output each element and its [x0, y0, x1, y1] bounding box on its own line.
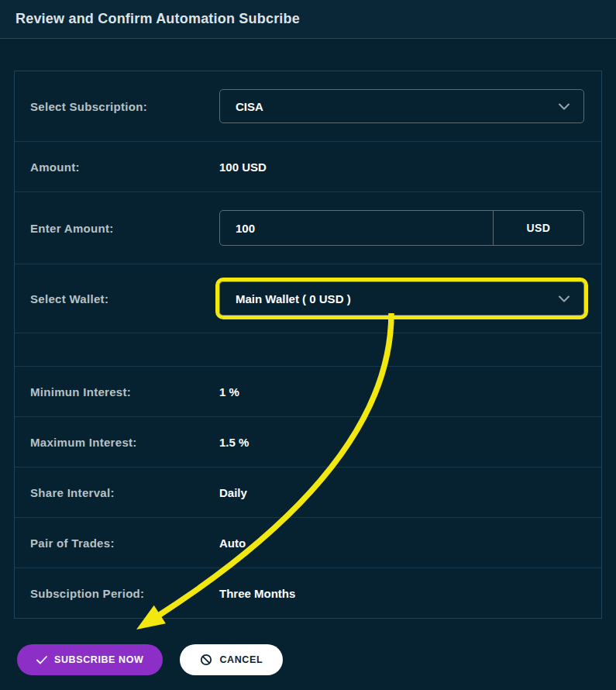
- amount-input[interactable]: [220, 211, 493, 245]
- row-value: Main Wallet ( 0 USD ): [219, 281, 601, 316]
- table-row-empty: [15, 333, 601, 366]
- subscribe-now-label: SUBSCRIBE NOW: [54, 654, 143, 665]
- subscribe-now-button[interactable]: SUBSCRIBE NOW: [17, 644, 163, 675]
- table-row-pair-of-trades: Pair of Trades: Auto: [15, 517, 601, 568]
- review-table: Select Subscription: CISA Amount: 100 US…: [14, 71, 602, 619]
- amount-value: 100 USD: [219, 160, 601, 174]
- cancel-button[interactable]: CANCEL: [180, 644, 283, 675]
- form-panel: Select Subscription: CISA Amount: 100 US…: [14, 71, 602, 619]
- cancel-label: CANCEL: [219, 654, 263, 665]
- table-row-amount: Amount: 100 USD: [15, 141, 601, 191]
- subscription-select[interactable]: CISA: [219, 89, 584, 123]
- wallet-select-value: Main Wallet ( 0 USD ): [236, 292, 351, 305]
- maximum-interest-value: 1.5 %: [219, 436, 601, 449]
- amount-currency-addon: USD: [493, 211, 583, 245]
- row-value: CISA: [219, 89, 601, 123]
- table-row-subscription-period: Subsciption Period: Three Months: [15, 568, 601, 618]
- subscription-period-value: Three Months: [219, 587, 601, 600]
- row-label: Select Wallet:: [15, 292, 219, 305]
- page-title: Review and Confirm Automation Subcribe: [15, 11, 300, 27]
- page-header: Review and Confirm Automation Subcribe: [0, 0, 616, 39]
- row-label: Pair of Trades:: [15, 536, 219, 550]
- table-row-select-subscription: Select Subscription: CISA: [15, 71, 601, 141]
- row-label: Maximum Interest:: [15, 436, 219, 449]
- table-row-select-wallet: Select Wallet: Main Wallet ( 0 USD ): [15, 264, 601, 333]
- minimum-interest-value: 1 %: [219, 385, 601, 398]
- share-interval-value: Daily: [219, 486, 601, 499]
- table-row-share-interval: Share Interval: Daily: [15, 467, 601, 517]
- row-label: Select Subscription:: [15, 100, 219, 113]
- row-label: Share Interval:: [15, 486, 219, 499]
- check-icon: [36, 656, 47, 664]
- chevron-down-icon: [559, 103, 570, 110]
- row-label: Subsciption Period:: [15, 587, 219, 600]
- table-row-minimum-interest: Minimun Interest: 1 %: [15, 366, 601, 416]
- pair-of-trades-value: Auto: [219, 536, 601, 550]
- chevron-down-icon: [559, 295, 570, 302]
- row-label: Minimun Interest:: [15, 385, 219, 398]
- row-value: USD: [219, 210, 601, 246]
- subscription-select-value: CISA: [236, 100, 263, 113]
- ban-icon: [200, 654, 212, 666]
- wallet-select[interactable]: Main Wallet ( 0 USD ): [219, 281, 584, 316]
- row-label: Enter Amount:: [15, 222, 219, 235]
- table-row-maximum-interest: Maximum Interest: 1.5 %: [15, 416, 601, 467]
- amount-input-group: USD: [219, 210, 584, 246]
- row-label: Amount:: [15, 160, 219, 174]
- table-row-enter-amount: Enter Amount: USD: [15, 191, 601, 264]
- action-buttons: SUBSCRIBE NOW CANCEL: [17, 644, 616, 675]
